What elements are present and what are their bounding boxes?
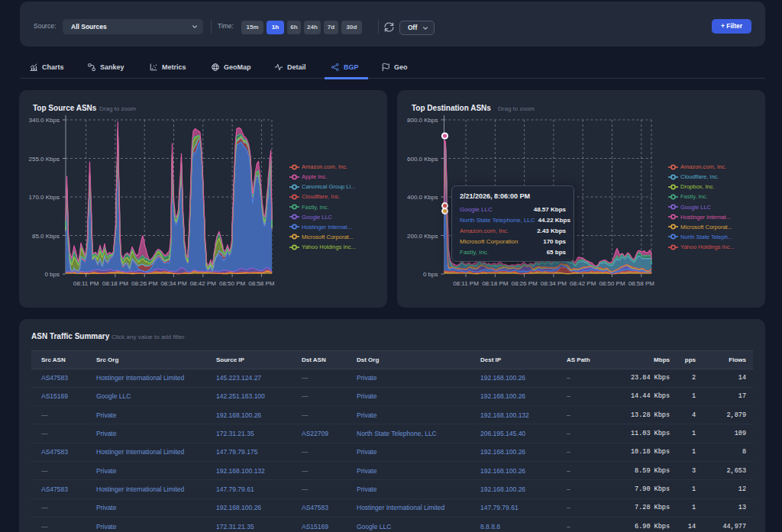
svg-text:08:26 PM: 08:26 PM <box>131 280 158 287</box>
svg-text:600.0 Kbps: 600.0 Kbps <box>407 156 438 163</box>
svg-text:0 bps: 0 bps <box>44 271 60 278</box>
svg-text:08:11 PM: 08:11 PM <box>453 280 479 287</box>
svg-text:08:11 PM: 08:11 PM <box>73 280 99 287</box>
svg-text:08:34 PM: 08:34 PM <box>160 280 187 287</box>
svg-text:08:50 PM: 08:50 PM <box>599 280 625 287</box>
svg-text:255.0 Kbps: 255.0 Kbps <box>29 156 60 163</box>
svg-text:400.0 Kbps: 400.0 Kbps <box>407 194 438 201</box>
svg-text:340.0 Kbps: 340.0 Kbps <box>29 117 60 124</box>
svg-text:08:50 PM: 08:50 PM <box>219 280 246 287</box>
svg-text:08:42 PM: 08:42 PM <box>190 280 217 287</box>
svg-text:08:18 PM: 08:18 PM <box>102 280 129 287</box>
svg-text:08:34 PM: 08:34 PM <box>541 280 567 287</box>
svg-text:200.0 Kbps: 200.0 Kbps <box>407 233 438 240</box>
svg-text:170.0 Kbps: 170.0 Kbps <box>29 194 60 201</box>
svg-text:800.0 Kbps: 800.0 Kbps <box>407 117 438 124</box>
svg-text:08:58 PM: 08:58 PM <box>629 280 655 287</box>
svg-text:85.0 Kbps: 85.0 Kbps <box>32 233 60 240</box>
svg-text:08:42 PM: 08:42 PM <box>570 280 596 287</box>
svg-text:08:26 PM: 08:26 PM <box>511 280 538 287</box>
svg-text:0 bps: 0 bps <box>423 271 438 278</box>
svg-text:08:58 PM: 08:58 PM <box>248 280 275 287</box>
svg-text:08:18 PM: 08:18 PM <box>482 280 509 287</box>
